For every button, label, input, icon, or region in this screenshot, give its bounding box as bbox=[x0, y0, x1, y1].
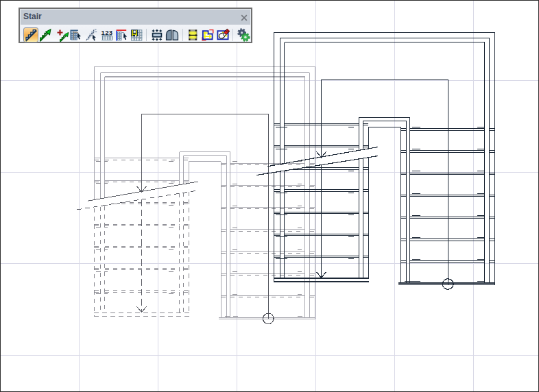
svg-text:123: 123 bbox=[101, 29, 112, 36]
